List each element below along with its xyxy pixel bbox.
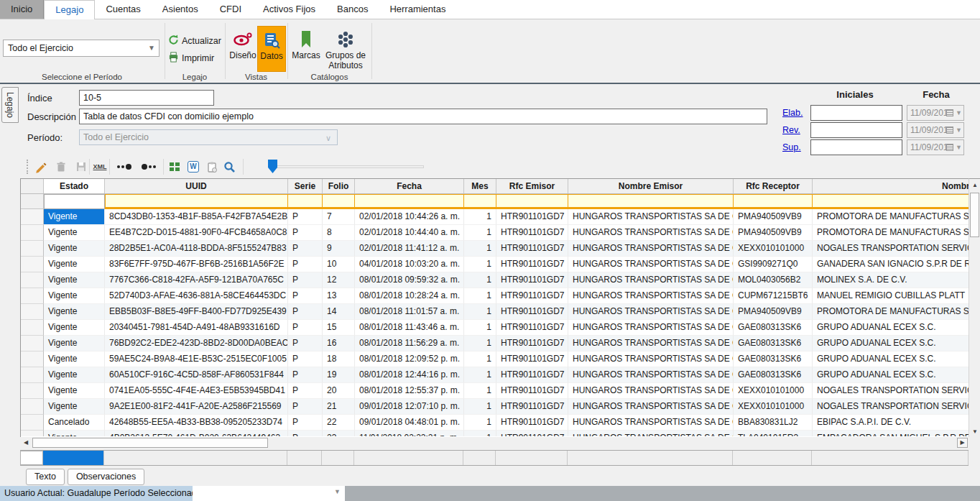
table-row[interactable]: Vigente76BD92C2-EDE2-423D-8BD2-8D00DA0BE… xyxy=(21,336,969,351)
cell-folio[interactable]: 9 xyxy=(323,241,355,257)
cell-rfc-emisor[interactable]: HTR901101GD7 xyxy=(496,399,568,415)
actualizar-button[interactable]: Actualizar xyxy=(168,35,221,47)
cell-mes[interactable]: 1 xyxy=(464,415,496,431)
rev-link[interactable]: Rev. xyxy=(782,125,811,135)
new-cell-serie[interactable] xyxy=(287,451,322,465)
cell-rfc-receptor[interactable]: GAE080313SK6 xyxy=(734,336,813,351)
table-row[interactable]: Vigente28D2B5E1-AC0A-4118-BDDA-8F5155247… xyxy=(21,241,969,257)
new-cell-rfc-emisor[interactable] xyxy=(496,451,568,465)
row-height-small-icon[interactable] xyxy=(114,159,135,175)
filter-cell-nombre-receptor[interactable] xyxy=(813,194,969,209)
cell-nombre-receptor[interactable]: PROMOTORA DE MANUFACTURAS S.A. xyxy=(813,209,969,225)
cell-fecha[interactable]: 02/01/2018 10:44:40 a. m. xyxy=(355,225,464,241)
cell-rfc-emisor[interactable]: HTR901101GD7 xyxy=(496,431,568,436)
column-header-mes[interactable]: Mes xyxy=(464,179,496,193)
row-header-cell[interactable] xyxy=(21,383,44,399)
word-export-icon[interactable]: W xyxy=(185,159,201,175)
cell-rfc-receptor[interactable]: PMA940509VB9 xyxy=(734,304,813,320)
cell-nombre-receptor[interactable]: GRUPO ADUANAL ECEX S.C. xyxy=(813,320,969,336)
column-header-folio[interactable]: Folio xyxy=(323,179,355,193)
cell-nombre-receptor[interactable]: EMPACADORA SAN MIGUEL S.P.R DE R xyxy=(813,431,969,436)
column-header-uuid[interactable]: UUID xyxy=(105,179,288,193)
cell-estado[interactable]: Vigente xyxy=(44,320,105,336)
cell-uuid[interactable]: 0741EA05-555C-4F4E-A4E3-E5B53945BD41 xyxy=(105,383,288,399)
cell-mes[interactable]: 1 xyxy=(464,351,496,367)
filter-cell-fecha[interactable] xyxy=(355,194,464,209)
paste-clipboard-icon[interactable] xyxy=(204,159,220,175)
new-cell-folio[interactable] xyxy=(322,451,354,465)
row-header-cell[interactable] xyxy=(21,399,44,415)
descripcion-field[interactable]: Tabla de datos CFDI con domicilio ejempl… xyxy=(79,109,767,124)
cell-nombre-emisor[interactable]: HUNGAROS TRANSPORTISTAS SA DE CV xyxy=(568,241,734,257)
cell-rfc-emisor[interactable]: HTR901101GD7 xyxy=(496,288,568,304)
cell-uuid[interactable]: 60A510CF-916C-4C5D-858F-AF860531F844 xyxy=(105,367,288,383)
row-header-cell[interactable] xyxy=(21,336,44,351)
table-row[interactable]: Vigente60A510CF-916C-4C5D-858F-AF860531F… xyxy=(21,367,969,383)
cell-rfc-emisor[interactable]: HTR901101GD7 xyxy=(496,272,568,288)
cell-mes[interactable]: 1 xyxy=(464,383,496,399)
table-row[interactable]: Vigente4B0B2613-5E70-461D-B020-63B642449… xyxy=(21,431,969,436)
cell-nombre-receptor[interactable]: GANADERA SAN IGNACIO S.P.R DE R.L. xyxy=(813,257,969,272)
cell-rfc-emisor[interactable]: HTR901101GD7 xyxy=(496,415,568,431)
tab-legajo[interactable]: Legajo xyxy=(44,0,95,19)
cell-fecha[interactable]: 04/01/2018 10:03:20 a. m. xyxy=(355,257,464,272)
cell-nombre-emisor[interactable]: HUNGAROS TRANSPORTISTAS SA DE CV xyxy=(568,288,734,304)
scroll-left-icon[interactable]: ◀ xyxy=(20,437,32,449)
cell-serie[interactable]: P xyxy=(288,257,323,272)
cell-rfc-emisor[interactable]: HTR901101GD7 xyxy=(496,383,568,399)
datos-button[interactable]: Datos xyxy=(257,26,286,72)
scroll-up-icon[interactable]: ▲ xyxy=(969,179,980,191)
new-cell-uuid[interactable] xyxy=(104,451,287,465)
cell-estado[interactable]: Vigente xyxy=(44,399,105,415)
new-cell-estado[interactable] xyxy=(43,451,104,465)
scroll-right-icon[interactable]: ▶ xyxy=(957,438,968,448)
cell-rfc-emisor[interactable]: HTR901101GD7 xyxy=(496,351,568,367)
new-cell-rfc-receptor[interactable] xyxy=(733,451,812,465)
cell-rfc-emisor[interactable]: HTR901101GD7 xyxy=(496,257,568,272)
delete-trash-icon[interactable] xyxy=(53,159,69,175)
cell-rfc-emisor[interactable]: HTR901101GD7 xyxy=(496,225,568,241)
cell-rfc-receptor[interactable]: XEXX010101000 xyxy=(734,383,813,399)
tab-cfdi[interactable]: CFDI xyxy=(209,0,252,19)
cell-folio[interactable]: 19 xyxy=(323,367,355,383)
cell-fecha[interactable]: 08/01/2018 10:28:24 a. m. xyxy=(355,288,464,304)
cell-folio[interactable]: 7 xyxy=(323,209,355,225)
cell-mes[interactable]: 1 xyxy=(464,209,496,225)
tab-herramientas[interactable]: Herramientas xyxy=(379,0,456,19)
marcas-button[interactable]: Marcas xyxy=(290,26,322,72)
new-cell-fecha[interactable] xyxy=(354,451,463,465)
cell-nombre-receptor[interactable]: MOLINEX S.A. DE C.V. xyxy=(813,272,969,288)
table-row[interactable]: Vigente59AE5C24-B9A8-4E1E-B53C-2515EC0F1… xyxy=(21,351,969,367)
cell-mes[interactable]: 1 xyxy=(464,431,496,436)
cell-serie[interactable]: P xyxy=(288,415,323,431)
cell-fecha[interactable]: 08/01/2018 11:01:57 a. m. xyxy=(355,304,464,320)
cell-uuid[interactable]: 83F6E7FF-975D-467F-BF6B-2516B1A56F2E xyxy=(105,257,288,272)
cell-nombre-emisor[interactable]: HUNGAROS TRANSPORTISTAS SA DE CV xyxy=(568,209,734,225)
tab-observaciones[interactable]: Observaciones xyxy=(68,469,144,485)
grid-corner-cell[interactable] xyxy=(21,179,44,193)
row-header-cell[interactable] xyxy=(21,367,44,383)
status-period-combo[interactable]: ▼ xyxy=(193,486,345,501)
cell-rfc-emisor[interactable]: HTR901101GD7 xyxy=(496,320,568,336)
filter-cell-rfc-receptor[interactable] xyxy=(734,194,813,209)
cell-rfc-receptor[interactable]: GSI9909271Q0 xyxy=(734,257,813,272)
row-header-cell[interactable] xyxy=(21,241,44,257)
table-row[interactable]: VigenteEE4B7C2D-D015-4881-90F0-4FCB4658A… xyxy=(21,225,969,241)
elab-link[interactable]: Elab. xyxy=(782,108,811,118)
cell-mes[interactable]: 1 xyxy=(464,367,496,383)
cell-mes[interactable]: 1 xyxy=(464,399,496,415)
cell-folio[interactable]: 20 xyxy=(323,383,355,399)
cell-rfc-receptor[interactable]: PMA940509VB9 xyxy=(734,225,813,241)
sup-date-picker[interactable]: 11/09/2019 ▼ xyxy=(907,139,964,155)
new-cell-mes[interactable] xyxy=(463,451,496,465)
cell-folio[interactable]: 13 xyxy=(323,288,355,304)
column-header-rfc-emisor[interactable]: Rfc Emisor xyxy=(496,179,568,193)
elab-initials-field[interactable] xyxy=(810,105,902,121)
cell-mes[interactable]: 1 xyxy=(464,336,496,351)
cell-estado[interactable]: Vigente xyxy=(44,241,105,257)
cell-estado[interactable]: Cancelado xyxy=(44,415,105,431)
xml-export-icon[interactable]: XML xyxy=(92,159,108,175)
cell-nombre-receptor[interactable]: EBIPAC S.A.P.I. DE C.V. xyxy=(813,415,969,431)
cell-mes[interactable]: 1 xyxy=(464,257,496,272)
cell-rfc-emisor[interactable]: HTR901101GD7 xyxy=(496,367,568,383)
